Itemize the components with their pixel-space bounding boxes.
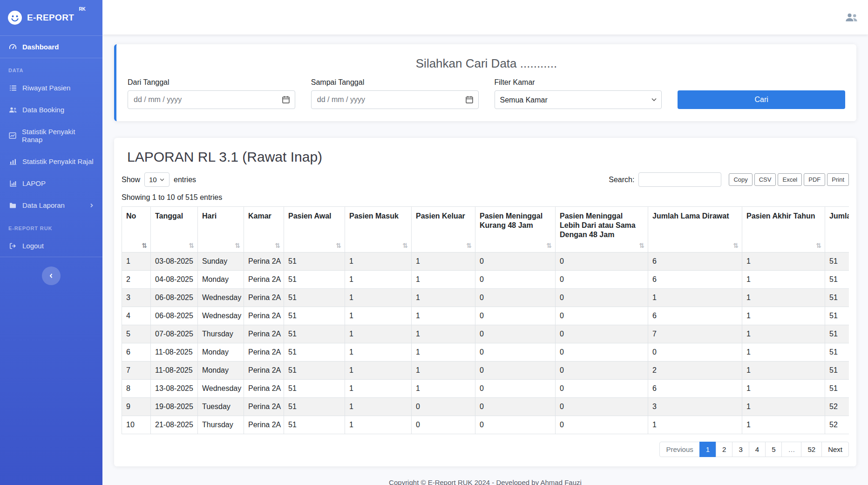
pagination-page-1-button[interactable]: 1 xyxy=(699,442,716,457)
table-cell: 51 xyxy=(284,362,345,380)
sort-icon: ⇅ xyxy=(816,242,821,250)
table-cell: 51 xyxy=(284,398,345,416)
table-cell: 13-08-2025 xyxy=(151,380,198,398)
sidebar-item-data-laporan[interactable]: Data Laporan xyxy=(0,194,102,216)
table-cell: Tuesday xyxy=(198,398,244,416)
export-print-button[interactable]: Print xyxy=(827,173,849,186)
column-header[interactable]: Jumlah⇅ xyxy=(825,207,849,253)
brand-logo-icon xyxy=(7,10,22,25)
pagination-next-button[interactable]: Next xyxy=(821,442,849,457)
sidebar-item-lapop[interactable]: LAPOP xyxy=(0,172,102,194)
main-area: Silahkan Cari Data ........... Dari Tang… xyxy=(102,0,868,485)
table-cell: 1 xyxy=(742,343,825,362)
sidebar-item-label: Statistik Penyakit Rajal xyxy=(22,157,94,165)
column-header[interactable]: Hari⇅ xyxy=(198,207,244,253)
column-header-label: Pasien Awal xyxy=(288,212,332,220)
pagination-page-2-button[interactable]: 2 xyxy=(716,442,732,457)
column-header-label: Pasien Meninggal Kurang 48 Jam xyxy=(480,212,542,229)
table-cell: 51 xyxy=(825,380,849,398)
sidebar-item-logout[interactable]: Logout xyxy=(0,235,102,257)
table-cell: 0 xyxy=(648,343,742,362)
table-cell: 7 xyxy=(648,325,742,343)
sidebar-divider xyxy=(0,257,102,257)
pagination-page-52-button[interactable]: 52 xyxy=(801,442,822,457)
column-header[interactable]: Pasien Meninggal Lebih Dari atau Sama De… xyxy=(556,207,648,253)
export-copy-button[interactable]: Copy xyxy=(729,173,752,186)
column-header-label: Tanggal xyxy=(155,212,183,220)
brand[interactable]: E-REPORT RK xyxy=(0,0,102,35)
sidebar-toggle-button[interactable] xyxy=(42,266,61,285)
column-header[interactable]: Kamar⇅ xyxy=(244,207,284,253)
table-cell: 51 xyxy=(825,343,849,362)
table-cell: 1 xyxy=(412,307,475,325)
table-search-input[interactable] xyxy=(638,172,721,187)
column-header[interactable]: Tanggal⇅ xyxy=(151,207,198,253)
table-cell: Wednesday xyxy=(198,307,244,325)
column-header-label: Jumlah Lama Dirawat xyxy=(652,212,729,220)
table-cell: 51 xyxy=(284,343,345,362)
table-cell: 0 xyxy=(475,416,556,434)
table-cell: 0 xyxy=(475,289,556,307)
to-date-input[interactable] xyxy=(311,90,479,109)
table-cell: 51 xyxy=(284,253,345,271)
table-cell: 1 xyxy=(345,307,412,325)
pagination-page-3-button[interactable]: 3 xyxy=(732,442,749,457)
export-excel-button[interactable]: Excel xyxy=(778,173,802,186)
column-header[interactable]: Pasien Akhir Tahun⇅ xyxy=(742,207,825,253)
pagination-page-5-button[interactable]: 5 xyxy=(765,442,782,457)
table-cell: Wednesday xyxy=(198,380,244,398)
table-row: 103-08-2025SundayPerina 2A5111006151 xyxy=(122,253,849,271)
pagination-previous-button[interactable]: Previous xyxy=(659,442,699,457)
export-pdf-button[interactable]: PDF xyxy=(804,173,825,186)
sort-icon: ⇅ xyxy=(189,242,194,250)
sidebar-item-statistik-penyakit-rajal[interactable]: Statistik Penyakit Rajal xyxy=(0,150,102,172)
table-cell: 51 xyxy=(284,325,345,343)
sidebar-item-riwayat-pasien[interactable]: Riwayat Pasien xyxy=(0,77,102,99)
table-row: 919-08-2025TuesdayPerina 2A5110003152 xyxy=(122,398,849,416)
table-cell: Perina 2A xyxy=(244,362,284,380)
column-header[interactable]: Pasien Masuk⇅ xyxy=(345,207,412,253)
column-header[interactable]: Pasien Awal⇅ xyxy=(284,207,345,253)
sidebar: E-REPORT RK Dashboard DATA Riwayat Pasie… xyxy=(0,0,102,485)
table-cell: 1 xyxy=(648,289,742,307)
chart-bar-icon xyxy=(8,158,17,165)
cari-button[interactable]: Cari xyxy=(678,90,845,109)
table-cell: Perina 2A xyxy=(244,271,284,289)
table-cell: 51 xyxy=(825,253,849,271)
table-row: 813-08-2025WednesdayPerina 2A5111006151 xyxy=(122,380,849,398)
column-header[interactable]: Jumlah Lama Dirawat⇅ xyxy=(648,207,742,253)
search-label: Search: xyxy=(609,176,634,184)
table-cell: 04-08-2025 xyxy=(151,271,198,289)
table-cell: 1 xyxy=(742,289,825,307)
filter-kamar-select[interactable]: Semua Kamar xyxy=(495,90,662,109)
sidebar-item-statistik-penyakit-ranap[interactable]: Statistik Penyakit Ranap xyxy=(0,121,102,150)
from-date-input[interactable] xyxy=(128,90,295,109)
sidebar-item-dashboard[interactable]: Dashboard xyxy=(0,36,102,58)
table-cell: 0 xyxy=(475,253,556,271)
table-cell: Monday xyxy=(198,362,244,380)
table-cell: 06-08-2025 xyxy=(151,289,198,307)
table-cell: 21-08-2025 xyxy=(151,416,198,434)
users-icon[interactable] xyxy=(845,12,858,22)
column-header[interactable]: Pasien Keluar⇅ xyxy=(412,207,475,253)
column-header[interactable]: Pasien Meninggal Kurang 48 Jam⇅ xyxy=(475,207,556,253)
table-cell: Monday xyxy=(198,343,244,362)
page-length-select[interactable]: 10 xyxy=(144,172,170,187)
table-cell: 0 xyxy=(556,398,648,416)
table-cell: 10 xyxy=(122,416,151,434)
sort-icon: ⇅ xyxy=(639,242,644,250)
table-cell: Perina 2A xyxy=(244,325,284,343)
table-cell: 0 xyxy=(556,289,648,307)
pagination-page-4-button[interactable]: 4 xyxy=(749,442,766,457)
table-row: 204-08-2025MondayPerina 2A5111006151 xyxy=(122,271,849,289)
table-cell: Sunday xyxy=(198,253,244,271)
sidebar-item-data-booking[interactable]: Data Booking xyxy=(0,99,102,121)
export-csv-button[interactable]: CSV xyxy=(754,173,776,186)
table-cell: 3 xyxy=(122,289,151,307)
column-header[interactable]: No⇅ xyxy=(122,207,151,253)
pagination-ellipsis: … xyxy=(781,442,801,457)
table-container: No⇅Tanggal⇅Hari⇅Kamar⇅Pasien Awal⇅Pasien… xyxy=(122,206,849,434)
table-cell: 1 xyxy=(742,271,825,289)
table-cell: 0 xyxy=(475,307,556,325)
table-cell: 1 xyxy=(345,343,412,362)
